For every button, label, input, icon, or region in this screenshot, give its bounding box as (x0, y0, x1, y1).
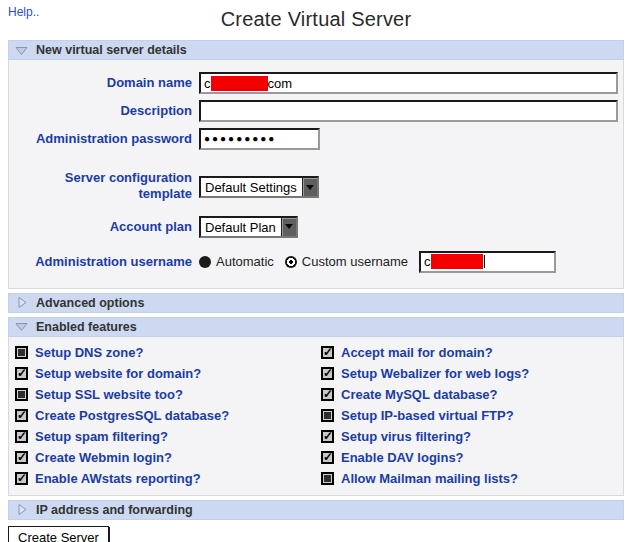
feature-label: Setup SSL website too? (35, 387, 183, 402)
triangle-down-icon (15, 320, 28, 333)
redacted-value (211, 76, 268, 91)
feature-checkbox[interactable] (321, 367, 334, 380)
section-advanced-options: Advanced options (8, 293, 624, 313)
form-row-admin-username: Administration username AutomaticCustom … (9, 250, 619, 273)
password-dots: ●●●●●●●●● (204, 128, 276, 150)
triangle-right-icon (15, 503, 28, 516)
help-link[interactable]: Help.. (8, 5, 39, 19)
plan-select[interactable]: Default Plan (199, 216, 298, 238)
feature-label: Enable DAV logins? (341, 450, 464, 465)
feature-label: Create PostgresSQL database? (35, 408, 229, 423)
section-ip-address: IP address and forwarding (8, 500, 624, 520)
feature-checkbox[interactable] (321, 430, 334, 443)
domain-name-value-suffix: com (268, 76, 293, 91)
form-row-template: Server configuration template Default Se… (9, 160, 619, 203)
feature-checkbox[interactable] (15, 409, 28, 422)
template-selected-value: Default Settings (201, 178, 302, 196)
section-header-features[interactable]: Enabled features (8, 317, 624, 337)
feature-item: Setup Webalizer for web logs? (321, 365, 627, 382)
redacted-value (431, 254, 483, 269)
triangle-right-icon (15, 296, 28, 309)
feature-checkbox[interactable] (15, 346, 28, 359)
radio-label-custom-username: Custom username (302, 254, 408, 269)
feature-checkbox[interactable] (321, 409, 334, 422)
plan-selected-value: Default Plan (201, 218, 281, 236)
text-caret (484, 255, 485, 268)
domain-name-input[interactable]: ccom (199, 72, 618, 94)
top-bar: Help.. Create Virtual Server (0, 0, 632, 40)
section-title: New virtual server details (36, 43, 187, 57)
feature-item: Create Webmin login? (15, 449, 321, 466)
custom-username-input[interactable]: c (419, 251, 556, 273)
feature-label: Create Webmin login? (35, 450, 172, 465)
feature-item: Setup IP-based virtual FTP? (321, 407, 627, 424)
feature-item: Enable DAV logins? (321, 449, 627, 466)
radio-custom-username[interactable] (285, 256, 297, 268)
triangle-down-icon (15, 44, 28, 57)
feature-item: Allow Mailman mailing lists? (321, 470, 627, 487)
feature-checkbox[interactable] (15, 367, 28, 380)
feature-item: Setup spam filtering? (15, 428, 321, 445)
feature-label: Setup Webalizer for web logs? (341, 366, 529, 381)
feature-checkbox[interactable] (321, 346, 334, 359)
feature-item: Setup DNS zone? (15, 344, 321, 361)
radio-label-automatic: Automatic (216, 254, 274, 269)
admin-username-label: Administration username (9, 250, 199, 270)
description-label: Description (9, 99, 199, 119)
page-title: Create Virtual Server (0, 4, 632, 31)
feature-checkbox[interactable] (15, 451, 28, 464)
section-header-ip[interactable]: IP address and forwarding (8, 500, 624, 520)
details-body: Domain name ccom Description Administrat… (8, 60, 624, 289)
admin-password-input[interactable]: ●●●●●●●●● (199, 128, 320, 150)
feature-label: Setup website for domain? (35, 366, 201, 381)
feature-checkbox[interactable] (321, 451, 334, 464)
form-row-description: Description (9, 99, 619, 122)
feature-label: Setup IP-based virtual FTP? (341, 408, 514, 423)
section-enabled-features: Enabled features Setup DNS zone?Accept m… (8, 317, 624, 496)
section-header-details[interactable]: New virtual server details (8, 40, 624, 60)
admin-password-label: Administration password (9, 127, 199, 147)
feature-label: Setup virus filtering? (341, 429, 471, 444)
section-title: Enabled features (36, 320, 137, 334)
template-select[interactable]: Default Settings (199, 176, 319, 198)
create-server-button[interactable]: Create Server (8, 526, 109, 542)
feature-label: Allow Mailman mailing lists? (341, 471, 518, 486)
feature-item: Setup SSL website too? (15, 386, 321, 403)
feature-label: Enable AWstats reporting? (35, 471, 201, 486)
description-input[interactable] (199, 100, 618, 122)
dropdown-arrow-icon (302, 178, 317, 196)
section-header-advanced[interactable]: Advanced options (8, 293, 624, 313)
features-grid: Setup DNS zone?Accept mail for domain?Se… (9, 337, 623, 495)
form-row-domain-name: Domain name ccom (9, 71, 619, 94)
feature-label: Accept mail for domain? (341, 345, 493, 360)
feature-checkbox[interactable] (15, 472, 28, 485)
radio-automatic[interactable] (199, 256, 211, 268)
feature-checkbox[interactable] (321, 388, 334, 401)
feature-item: Enable AWstats reporting? (15, 470, 321, 487)
feature-item: Setup website for domain? (15, 365, 321, 382)
feature-label: Create MySQL database? (341, 387, 498, 402)
feature-checkbox[interactable] (15, 388, 28, 401)
domain-name-label: Domain name (9, 71, 199, 91)
form-row-admin-password: Administration password ●●●●●●●●● (9, 127, 619, 150)
plan-label: Account plan (9, 215, 199, 235)
main-content: New virtual server details Domain name c… (8, 40, 624, 520)
form-row-plan: Account plan Default Plan (9, 215, 619, 238)
section-title: Advanced options (36, 296, 144, 310)
feature-checkbox[interactable] (15, 430, 28, 443)
feature-item: Setup virus filtering? (321, 428, 627, 445)
feature-item: Create PostgresSQL database? (15, 407, 321, 424)
section-new-virtual-server-details: New virtual server details Domain name c… (8, 40, 624, 289)
feature-label: Setup DNS zone? (35, 345, 143, 360)
feature-label: Setup spam filtering? (35, 429, 168, 444)
section-title: IP address and forwarding (36, 503, 193, 517)
template-label: Server configuration template (9, 160, 199, 203)
dropdown-arrow-icon (281, 218, 296, 236)
feature-item: Create MySQL database? (321, 386, 627, 403)
feature-item: Accept mail for domain? (321, 344, 627, 361)
feature-checkbox[interactable] (321, 472, 334, 485)
